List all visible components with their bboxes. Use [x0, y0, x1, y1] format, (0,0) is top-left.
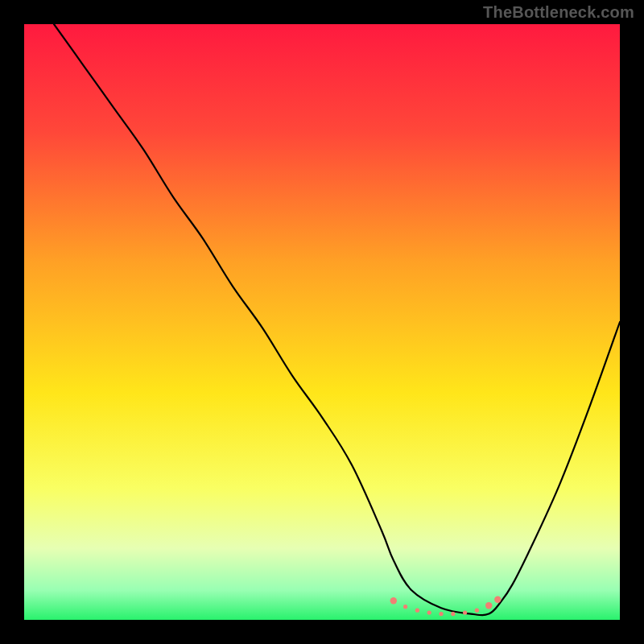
plot-area — [24, 24, 620, 620]
marker-dot — [390, 597, 397, 604]
chart-container: { "watermark": "TheBottleneck.com", "cha… — [0, 0, 644, 644]
watermark-text: TheBottleneck.com — [483, 3, 634, 22]
gradient-background — [24, 24, 620, 620]
marker-dot — [439, 612, 443, 616]
marker-dot — [494, 597, 501, 603]
chart-svg — [24, 24, 620, 620]
marker-dot — [427, 611, 431, 615]
marker-dot — [463, 611, 467, 615]
marker-dot — [451, 612, 455, 616]
marker-dot — [415, 609, 419, 613]
marker-dot — [485, 602, 492, 609]
marker-dot — [403, 605, 407, 609]
marker-dot — [475, 609, 479, 613]
